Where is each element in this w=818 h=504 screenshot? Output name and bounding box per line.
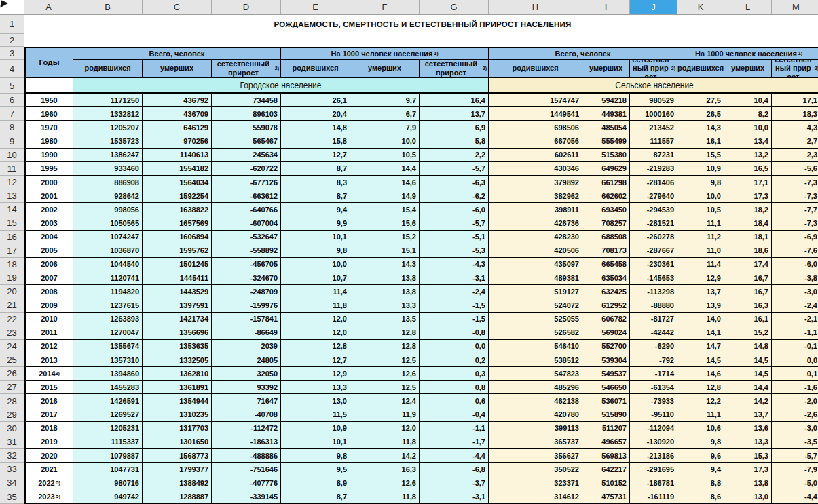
cell-K12[interactable]: 9,8 <box>677 176 724 189</box>
header-urban-total[interactable]: Всего, человек <box>73 47 281 60</box>
cell-M32[interactable]: -5,7 <box>772 449 818 463</box>
cell-F22[interactable]: 13,5 <box>350 313 420 326</box>
column-header-D[interactable]: D <box>212 0 281 15</box>
cell-L33[interactable]: 17,3 <box>724 463 772 476</box>
cell-H32[interactable]: 356627 <box>489 449 582 463</box>
cell-I17[interactable]: 708173 <box>582 244 630 258</box>
cell-G13[interactable]: -6,2 <box>420 189 489 203</box>
cell-A8[interactable]: 1970 <box>24 121 73 134</box>
cell-I20[interactable]: 632425 <box>582 285 630 298</box>
cell-A6[interactable]: 1950 <box>24 94 73 107</box>
cell-F34[interactable]: 12,6 <box>350 476 420 490</box>
cell-I10[interactable]: 515380 <box>582 149 630 162</box>
cell-B32[interactable]: 1079887 <box>73 449 143 463</box>
cell-A28[interactable]: 2016 <box>24 394 73 408</box>
cell-C21[interactable]: 1397591 <box>143 298 212 312</box>
row-header-20[interactable]: 20 <box>0 285 24 298</box>
cell-D35[interactable]: -339145 <box>212 490 281 504</box>
cell-H14[interactable]: 398911 <box>489 203 582 216</box>
cell-A29[interactable]: 2017 <box>24 408 73 422</box>
cell-J21[interactable]: -88880 <box>630 298 677 312</box>
header-years[interactable]: Годы <box>24 47 73 78</box>
cell-L31[interactable]: 13,3 <box>724 435 772 449</box>
cell-K17[interactable]: 11,0 <box>677 244 724 258</box>
cell-F20[interactable]: 13,8 <box>350 285 420 298</box>
subheader-rural-born-total[interactable]: родившихся <box>489 60 582 78</box>
cell-G20[interactable]: -2,4 <box>420 285 489 298</box>
cell-I22[interactable]: 606782 <box>582 313 630 326</box>
cell-M23[interactable]: -1,1 <box>772 326 818 340</box>
cell-C18[interactable]: 1501245 <box>143 258 212 271</box>
cell-B15[interactable]: 1050565 <box>73 216 143 230</box>
cell-H29[interactable]: 420780 <box>489 408 582 422</box>
subheader-urban-died-rate[interactable]: умерших <box>350 60 420 78</box>
column-header-I[interactable]: I <box>582 0 630 15</box>
cell-J17[interactable]: -287667 <box>630 244 677 258</box>
cell-G25[interactable]: 0,2 <box>420 353 489 367</box>
cell-E21[interactable]: 11,8 <box>281 298 350 312</box>
cell-C23[interactable]: 1356696 <box>143 326 212 340</box>
cell-A16[interactable]: 2004 <box>24 231 73 244</box>
cell-C17[interactable]: 1595762 <box>143 244 212 258</box>
cell-M35[interactable]: -4,4 <box>772 490 818 504</box>
cell-L30[interactable]: 13,6 <box>724 422 772 435</box>
column-header-L[interactable]: L <box>724 0 772 15</box>
row-header-24[interactable]: 24 <box>0 340 24 353</box>
cell-C19[interactable]: 1445411 <box>143 271 212 285</box>
cell-H18[interactable]: 435097 <box>489 258 582 271</box>
cell-D18[interactable]: -456705 <box>212 258 281 271</box>
cell-A7[interactable]: 1960 <box>24 107 73 121</box>
cell-M22[interactable]: -2,1 <box>772 313 818 326</box>
cell-F23[interactable]: 12,8 <box>350 326 420 340</box>
cell-F32[interactable]: 14,2 <box>350 449 420 463</box>
cell-L9[interactable]: 13,4 <box>724 134 772 148</box>
column-header-H[interactable]: H <box>489 0 582 15</box>
cell-D32[interactable]: -488886 <box>212 449 281 463</box>
cell-I33[interactable]: 642217 <box>582 463 630 476</box>
cell-L22[interactable]: 16,1 <box>724 313 772 326</box>
cell-J34[interactable]: -186781 <box>630 476 677 490</box>
cell-I7[interactable]: 449381 <box>582 107 630 121</box>
column-header-F[interactable]: F <box>350 0 420 15</box>
cell-J15[interactable]: -281521 <box>630 216 677 230</box>
cell-L17[interactable]: 18,6 <box>724 244 772 258</box>
row-header-29[interactable]: 29 <box>0 408 24 422</box>
cell-A34[interactable]: 2022 5) <box>24 476 73 490</box>
cell-M7[interactable]: 18,3 <box>772 107 818 121</box>
cell-B35[interactable]: 949742 <box>73 490 143 504</box>
cell-E10[interactable]: 12,7 <box>281 149 350 162</box>
cell-C14[interactable]: 1638822 <box>143 203 212 216</box>
cell-M18[interactable]: -6,0 <box>772 258 818 271</box>
cell-A25[interactable]: 2013 <box>24 353 73 367</box>
cell-I29[interactable]: 515890 <box>582 408 630 422</box>
cell-C11[interactable]: 1554182 <box>143 162 212 176</box>
row-header-4[interactable]: 4 <box>0 60 24 78</box>
section-rural[interactable]: Сельское население <box>489 78 818 94</box>
cell-L25[interactable]: 14,5 <box>724 353 772 367</box>
cell-I16[interactable]: 688508 <box>582 231 630 244</box>
cell-G15[interactable]: -5,7 <box>420 216 489 230</box>
cell-J27[interactable]: -61354 <box>630 381 677 394</box>
cell-A17[interactable]: 2005 <box>24 244 73 258</box>
cell-G7[interactable]: 13,7 <box>420 107 489 121</box>
cell-K31[interactable]: 9,8 <box>677 435 724 449</box>
row-header-15[interactable]: 15 <box>0 216 24 230</box>
cell-D25[interactable]: 24805 <box>212 353 281 367</box>
cell-A35[interactable]: 2023 5) <box>24 490 73 504</box>
cell-J7[interactable]: 1000160 <box>630 107 677 121</box>
cell-H26[interactable]: 547823 <box>489 367 582 381</box>
cell-E25[interactable]: 12,7 <box>281 353 350 367</box>
cell-K34[interactable]: 8,8 <box>677 476 724 490</box>
cell-D12[interactable]: -677126 <box>212 176 281 189</box>
cell-G32[interactable]: -4,4 <box>420 449 489 463</box>
cell-F14[interactable]: 15,4 <box>350 203 420 216</box>
row-header-1[interactable]: 1 <box>0 15 24 34</box>
cell-L23[interactable]: 15,2 <box>724 326 772 340</box>
cell-E9[interactable]: 15,8 <box>281 134 350 148</box>
row-header-9[interactable]: 9 <box>0 134 24 148</box>
cell-M8[interactable]: 4,3 <box>772 121 818 134</box>
cell-B20[interactable]: 1194820 <box>73 285 143 298</box>
cell-D20[interactable]: -248709 <box>212 285 281 298</box>
row-header-28[interactable]: 28 <box>0 394 24 408</box>
cell-K35[interactable]: 8,6 <box>677 490 724 504</box>
